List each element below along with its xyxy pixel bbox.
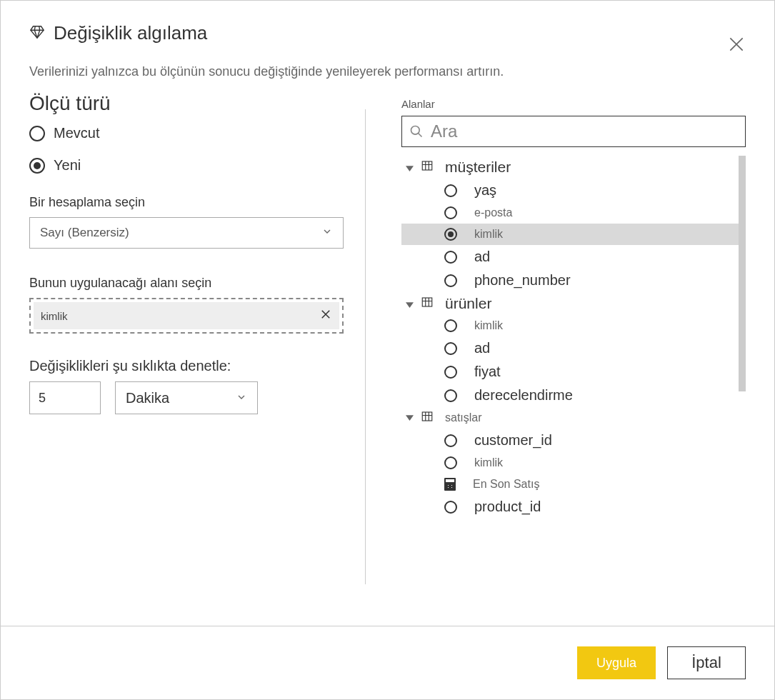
chevron-down-icon — [321, 226, 333, 241]
close-button[interactable] — [727, 35, 746, 56]
field-name: yaş — [474, 182, 496, 199]
apply-field-label: Bunun uygulanacağı alanı seçin — [29, 276, 344, 291]
cancel-button[interactable]: İptal — [667, 646, 746, 679]
table-icon — [421, 410, 434, 426]
radio-existing[interactable]: Mevcut — [29, 125, 344, 141]
table-icon — [421, 295, 434, 312]
apply-field-value: kimlik — [41, 310, 68, 322]
interval-unit-select[interactable]: Dakika — [115, 381, 258, 414]
radio-new-label: Yeni — [54, 157, 81, 174]
radio-existing-label: Mevcut — [54, 125, 99, 141]
calculation-label: Bir hesaplama seçin — [29, 195, 344, 210]
radio-icon — [444, 319, 457, 332]
field-name: kimlik — [474, 319, 503, 332]
field-name: e-posta — [474, 206, 512, 219]
dialog-header: Değişiklik algılama — [1, 1, 774, 44]
field-row[interactable]: ad — [401, 245, 746, 269]
search-icon — [409, 124, 424, 139]
field-row[interactable]: kimlik — [401, 224, 739, 245]
calculation-select[interactable]: Sayı (Benzersiz) — [29, 217, 344, 249]
diamond-icon — [29, 24, 45, 43]
field-row[interactable]: yaş — [401, 179, 746, 202]
radio-icon — [29, 158, 45, 174]
field-row[interactable]: phone_number — [401, 269, 746, 292]
calculation-value: Sayı (Benzersiz) — [40, 226, 129, 240]
radio-icon — [444, 501, 457, 514]
search-placeholder: Ara — [431, 121, 457, 141]
field-name: kimlik — [474, 456, 503, 469]
radio-icon — [444, 228, 457, 241]
field-name: phone_number — [474, 272, 571, 289]
fields-tree: müşterileryaşe-postakimlikadphone_number… — [401, 156, 746, 556]
table-name: ürünler — [445, 295, 491, 312]
radio-icon — [444, 251, 457, 264]
interval-unit-value: Dakika — [126, 390, 169, 406]
svg-rect-1 — [422, 161, 432, 170]
chevron-down-icon — [236, 390, 247, 406]
field-row[interactable]: ad — [401, 336, 746, 360]
interval-input[interactable] — [29, 381, 101, 414]
svg-point-0 — [411, 126, 420, 135]
table-row[interactable]: müşteriler — [401, 156, 746, 179]
expand-icon — [406, 295, 414, 312]
left-pane: Ölçü türü Mevcut Yeni Bir hesaplama seçi… — [29, 92, 365, 626]
radio-icon — [444, 206, 457, 219]
fields-label: Alanlar — [401, 98, 746, 110]
field-row[interactable]: derecelendirme — [401, 384, 746, 407]
field-row[interactable]: customer_id — [401, 429, 746, 452]
calculator-icon — [444, 478, 456, 491]
field-row[interactable]: kimlik — [401, 452, 746, 474]
field-row[interactable]: e-posta — [401, 202, 746, 224]
dialog-title: Değişiklik algılama — [54, 22, 207, 44]
field-name: product_id — [474, 499, 541, 515]
radio-icon — [444, 342, 457, 355]
field-row[interactable]: fiyat — [401, 360, 746, 384]
table-icon — [421, 159, 434, 176]
table-row[interactable]: ürünler — [401, 292, 746, 315]
field-row[interactable]: kimlik — [401, 315, 746, 336]
field-name: ad — [474, 249, 490, 265]
field-row[interactable]: product_id — [401, 495, 746, 519]
radio-new[interactable]: Yeni — [29, 157, 344, 174]
fields-pane: Alanlar Ara müşterileryaşe-postakimlikad… — [366, 92, 746, 626]
interval-label: Değişiklikleri şu sıklıkta denetle: — [29, 358, 344, 374]
field-row[interactable]: En Son Satış — [401, 474, 746, 495]
apply-button[interactable]: Uygula — [577, 646, 656, 679]
expand-icon — [406, 159, 414, 176]
radio-icon — [444, 274, 457, 287]
radio-icon — [444, 366, 457, 379]
svg-rect-2 — [422, 298, 432, 306]
field-name: ad — [474, 340, 490, 356]
dialog-footer: Uygula İptal — [1, 626, 774, 699]
radio-icon — [444, 184, 457, 197]
radio-icon — [29, 126, 45, 141]
apply-field-dropzone[interactable]: kimlik — [29, 298, 344, 334]
dialog-subtitle: Verilerinizi yalnızca bu ölçünün sonucu … — [1, 44, 774, 79]
field-name: derecelendirme — [474, 387, 573, 404]
change-detection-dialog: Değişiklik algılama Verilerinizi yalnızc… — [0, 0, 775, 700]
table-name: müşteriler — [445, 159, 511, 176]
apply-field-chip: kimlik — [34, 302, 339, 329]
remove-field-button[interactable] — [319, 308, 332, 324]
table-name: satışlar — [445, 411, 482, 424]
expand-icon — [406, 411, 414, 424]
measure-type-title: Ölçü türü — [29, 92, 344, 115]
radio-icon — [444, 389, 457, 402]
scrollbar[interactable] — [739, 156, 746, 391]
table-row[interactable]: satışlar — [401, 407, 746, 429]
field-name: kimlik — [474, 228, 503, 241]
field-name: customer_id — [474, 432, 552, 449]
radio-icon — [444, 434, 457, 447]
field-name: En Son Satış — [473, 478, 539, 491]
svg-rect-3 — [422, 412, 432, 421]
radio-icon — [444, 456, 457, 469]
search-input[interactable]: Ara — [401, 116, 746, 147]
field-name: fiyat — [474, 364, 501, 380]
